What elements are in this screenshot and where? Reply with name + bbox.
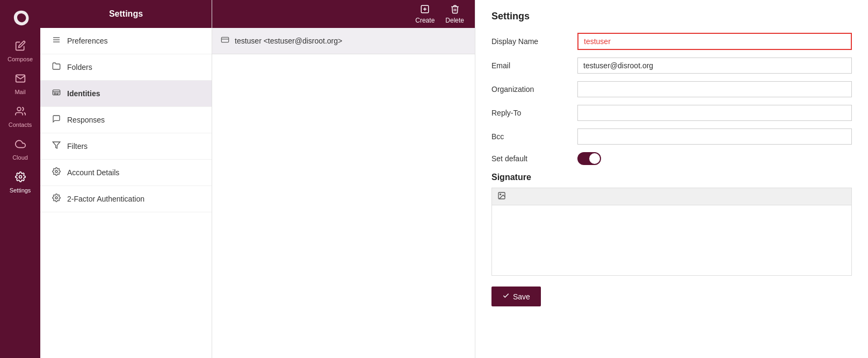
email-label: Email [491,61,577,70]
set-default-label: Set default [491,154,577,163]
svg-point-11 [55,170,57,173]
signature-section: Signature [491,173,852,276]
2fa-label: 2-Factor Authentication [67,195,144,203]
svg-marker-10 [53,142,60,148]
settings-title: Settings [109,9,143,19]
display-name-label: Display Name [491,37,577,46]
create-label: Create [415,17,435,24]
bcc-label: Bcc [491,132,577,141]
menu-item-identities[interactable]: Identities [40,81,212,107]
svg-point-0 [17,108,21,111]
folders-icon [51,62,62,73]
app-logo[interactable] [8,5,32,30]
compose-icon [15,40,26,54]
form-title: Settings [491,11,852,22]
create-icon [420,4,430,16]
cloud-icon [15,139,26,152]
account-details-label: Account Details [67,168,119,177]
organization-input[interactable] [577,81,852,97]
delete-button[interactable]: Delete [445,4,464,24]
delete-label: Delete [445,17,464,24]
account-details-icon [51,167,62,178]
bcc-input[interactable] [577,128,852,145]
compose-label: Compose [8,56,33,62]
folders-label: Folders [67,63,92,71]
organization-row: Organization [491,81,852,97]
menu-item-account-details[interactable]: Account Details [40,160,212,186]
2fa-icon [51,194,62,204]
responses-label: Responses [67,116,105,124]
identity-list-item[interactable]: testuser <testuser@disroot.org> [212,28,475,54]
display-name-input[interactable] [577,33,852,50]
responses-icon [51,114,62,125]
set-default-toggle[interactable] [577,152,601,165]
reply-to-label: Reply-To [491,109,577,117]
email-row: Email [491,58,852,74]
menu-item-2fa[interactable]: 2-Factor Authentication [40,186,212,212]
sidebar-item-settings[interactable]: Settings [0,166,40,199]
settings-label: Settings [10,187,31,194]
save-checkmark-icon [502,292,510,301]
signature-editor [491,188,852,276]
signature-title: Signature [491,173,852,182]
preferences-label: Preferences [67,37,107,45]
identity-panel: Create Delete testuser <testuser@disroot… [212,0,475,358]
menu-item-responses[interactable]: Responses [40,107,212,133]
identities-label: Identities [67,89,100,98]
create-button[interactable]: Create [415,4,435,24]
save-label: Save [513,292,530,301]
filters-label: Filters [67,142,88,151]
svg-point-12 [55,197,57,199]
signature-toolbar [492,188,851,205]
identity-panel-header: Create Delete [212,0,475,28]
menu-item-folders[interactable]: Folders [40,54,212,81]
menu-item-filters[interactable]: Filters [40,133,212,160]
signature-body[interactable] [492,205,851,275]
main-settings-form: Settings Display Name Email Organization… [475,0,868,358]
mail-icon [15,73,26,87]
contacts-label: Contacts [9,121,32,128]
left-nav: Compose Mail Contacts Cloud [0,0,40,358]
sidebar-item-cloud[interactable]: Cloud [0,133,40,166]
bcc-row: Bcc [491,128,852,145]
mail-label: Mail [15,89,25,95]
preferences-icon [51,35,62,46]
svg-point-7 [54,93,56,95]
reply-to-input[interactable] [577,105,852,121]
reply-to-row: Reply-To [491,105,852,121]
set-default-row: Set default [491,152,852,165]
svg-point-19 [500,194,501,195]
image-insert-icon[interactable] [497,191,506,202]
sidebar-item-compose[interactable]: Compose [0,35,40,68]
svg-point-1 [19,176,21,178]
sidebar-item-mail[interactable]: Mail [0,68,40,101]
filters-icon [51,141,62,152]
organization-label: Organization [491,85,577,94]
identity-item-icon [221,35,229,46]
save-button[interactable]: Save [491,287,541,306]
cloud-label: Cloud [12,154,28,161]
display-name-row: Display Name [491,33,852,50]
menu-item-preferences[interactable]: Preferences [40,28,212,54]
sidebar-item-contacts[interactable]: Contacts [0,101,40,133]
email-input[interactable] [577,58,852,74]
svg-rect-16 [221,37,228,42]
identities-icon [51,88,62,99]
delete-icon [450,4,460,16]
settings-header: Settings [40,0,212,28]
settings-sidebar: Settings Preferences Folders Ide [40,0,212,358]
identity-item-label: testuser <testuser@disroot.org> [235,37,342,45]
contacts-icon [15,106,26,119]
set-default-toggle-container [577,152,601,165]
settings-icon [15,171,26,185]
